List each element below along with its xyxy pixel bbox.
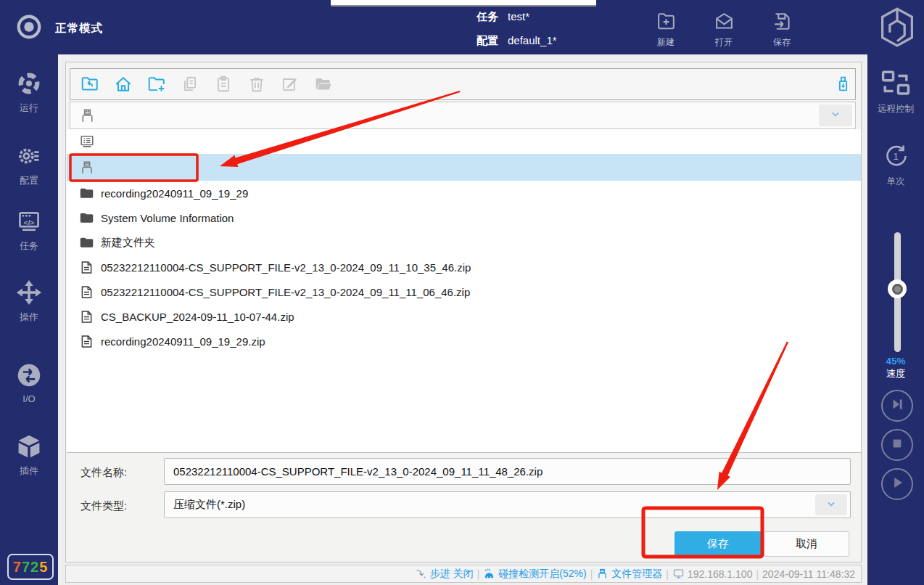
status-collision[interactable]: 碰撞检测开启(52%) — [483, 568, 586, 581]
new-task-button[interactable]: 新建 — [639, 10, 693, 49]
filetype-dropdown-button[interactable] — [815, 494, 847, 515]
play-icon — [888, 473, 907, 495]
usb-device-icon[interactable] — [834, 75, 852, 93]
status-text: 碰撞检测开启(52%) — [498, 568, 586, 581]
chevron-down-icon — [828, 107, 843, 124]
remote-control-button[interactable]: 远程控制 — [867, 69, 924, 115]
file-manager-panel: recording20240911_09_19_29System Volume … — [65, 62, 862, 562]
folder-icon — [79, 186, 94, 201]
single-run-button[interactable]: 1 单次 — [867, 142, 924, 188]
open-task-icon — [713, 22, 735, 35]
status-text: 2024-09-11 11:48:32 — [762, 568, 855, 580]
file-name: 05232212110004-CS_SUPPORT_FILE-v2_13_0-2… — [101, 261, 471, 274]
paste-icon — [214, 75, 233, 94]
folder-icon — [79, 210, 94, 226]
location-row-computer[interactable] — [67, 129, 861, 155]
stop-icon — [888, 434, 907, 456]
folder-icon — [79, 235, 94, 250]
svg-text:</>: </> — [24, 218, 35, 226]
slider-handle-dot — [892, 284, 903, 295]
list-item[interactable]: 05232212110004-CS_SUPPORT_FILE-v2_13_0-2… — [67, 255, 861, 279]
filename-input[interactable] — [164, 458, 851, 485]
config-row: 配置default_1* — [477, 32, 557, 49]
task-row: 任务test* — [477, 8, 557, 25]
status-filemanager[interactable]: 文件管理器 — [596, 568, 662, 581]
stop-button[interactable] — [881, 429, 913, 461]
single-run-icon: 1 — [881, 160, 910, 173]
sidebar-item-label: 运行 — [0, 102, 58, 115]
sidebar-item-task[interactable]: </>任务 — [0, 208, 58, 253]
sidebar-item-label: 任务 — [0, 240, 58, 253]
open-task-label: 打开 — [697, 36, 751, 49]
remote-control-icon — [881, 88, 910, 100]
filename-label: 文件名称: — [81, 466, 127, 480]
file-name: CS_BACKUP_2024-09-11_10-07-44.zip — [101, 311, 294, 323]
status-text: 步进 关闭 — [430, 568, 474, 581]
file-name: recording20240911_09_19_29 — [101, 187, 248, 200]
open-task-button[interactable]: 打开 — [697, 10, 751, 49]
step-icon — [415, 568, 427, 580]
play-button[interactable] — [881, 468, 913, 500]
status-text: 192.168.1.100 — [688, 568, 753, 580]
status-ip: 192.168.1.100 — [672, 568, 753, 580]
list-item[interactable]: 05232212110004-CS_SUPPORT_FILE-v2_13_0-2… — [67, 279, 861, 304]
new-task-icon — [655, 22, 677, 35]
list-item[interactable]: recording20240911_09_19_29 — [67, 181, 861, 205]
sidebar-item-run[interactable]: 运行 — [0, 70, 58, 115]
open-folder-icon — [314, 75, 333, 94]
copy-icon — [181, 75, 199, 94]
sidebar-item-label: 配置 — [0, 174, 58, 187]
operate-icon — [16, 295, 42, 308]
brand-logo-icon — [879, 7, 915, 48]
file-icon — [79, 309, 94, 324]
file-toolbar — [70, 68, 856, 100]
file-icon — [79, 334, 94, 349]
top-bar: 正常模式 任务test* 配置default_1* 新建打开保存 — [0, 0, 924, 54]
filetype-label: 文件类型: — [81, 499, 127, 513]
task-config-block: 任务test* 配置default_1* — [477, 8, 557, 56]
right-sidebar: 远程控制 1 单次 45% 速度 — [867, 54, 924, 585]
config-icon — [16, 159, 42, 171]
chevron-down-icon — [824, 496, 838, 514]
home-icon[interactable] — [114, 75, 133, 94]
mode-status-icon — [15, 13, 43, 41]
io-icon — [16, 378, 42, 390]
usb-icon — [596, 568, 609, 580]
export-folder-icon[interactable] — [81, 75, 99, 94]
list-item[interactable]: 新建文件夹 — [67, 230, 861, 255]
code-digit: 7 — [13, 559, 22, 576]
save-button[interactable]: 保存 — [675, 531, 762, 557]
path-dropdown-button[interactable] — [819, 105, 852, 126]
speed-slider-handle[interactable] — [888, 279, 907, 298]
speed-label: 速度 — [867, 367, 924, 380]
list-item[interactable]: recording20240911_09_19_29.zip — [67, 329, 861, 353]
status-step[interactable]: 步进 关闭 — [415, 568, 474, 581]
sidebar-item-plugin[interactable]: 插件 — [0, 433, 58, 478]
status-datetime: 2024-09-11 11:48:32 — [762, 568, 855, 580]
cancel-button[interactable]: 取消 — [764, 531, 849, 557]
new-folder-icon[interactable] — [147, 75, 166, 94]
mode-label: 正常模式 — [55, 21, 103, 36]
speed-percent: 45% — [867, 356, 924, 367]
path-selector[interactable] — [70, 102, 856, 129]
status-code-badge: 7725 — [7, 554, 54, 580]
file-name: 新建文件夹 — [101, 236, 155, 250]
sidebar-item-config[interactable]: 配置 — [0, 143, 58, 187]
task-icon: </> — [16, 224, 42, 237]
step-forward-button[interactable] — [881, 390, 913, 422]
sidebar-item-label: 插件 — [0, 465, 58, 478]
delete-icon — [247, 75, 266, 94]
config-label: 配置 — [477, 34, 498, 46]
monitor-icon — [672, 568, 685, 580]
list-item[interactable]: CS_BACKUP_2024-09-11_10-07-44.zip — [67, 304, 861, 329]
sidebar-item-operate[interactable]: 操作 — [0, 279, 58, 324]
filetype-select[interactable]: 压缩文件(*.zip) — [164, 491, 851, 518]
file-icon — [79, 260, 94, 275]
sidebar-item-label: 操作 — [0, 311, 58, 324]
list-item[interactable]: System Volume Information — [67, 205, 861, 230]
current-location-usb-icon — [79, 107, 96, 124]
sidebar-item-io[interactable]: I/O — [0, 362, 58, 404]
save-task-button[interactable]: 保存 — [755, 10, 809, 49]
location-row-usb-selected[interactable] — [67, 155, 861, 181]
top-notch — [331, 0, 596, 7]
